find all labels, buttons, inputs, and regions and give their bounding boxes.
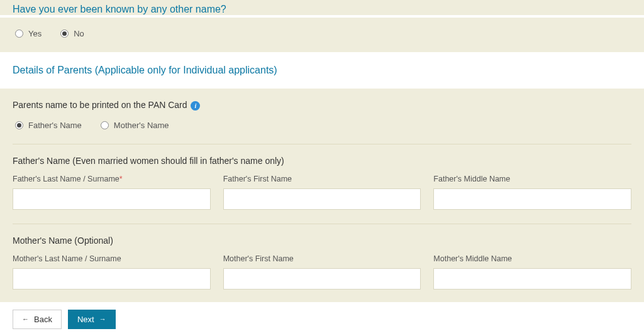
- next-button[interactable]: Next →: [68, 310, 116, 329]
- divider: [13, 144, 631, 144]
- mother-name-heading: Mother's Name (Optional): [13, 236, 631, 246]
- radio-icon: [101, 121, 109, 129]
- arrow-left-icon: ←: [22, 316, 29, 323]
- back-button[interactable]: ← Back: [13, 310, 62, 329]
- arrow-right-icon: →: [99, 316, 106, 323]
- radio-label: Father's Name: [28, 121, 82, 130]
- print-father-radio[interactable]: Father's Name: [15, 121, 82, 130]
- back-button-label: Back: [34, 315, 52, 324]
- father-first-input[interactable]: [223, 188, 421, 210]
- parents-section-heading: Details of Parents (Applicable only for …: [13, 58, 631, 82]
- wizard-buttons: ← Back Next →: [0, 302, 644, 336]
- other-name-radio-group: Yes No: [13, 20, 631, 38]
- print-on-card-label: Parents name to be printed on the PAN Ca…: [13, 100, 187, 110]
- mother-middle-label: Mother's Middle Name: [433, 254, 631, 263]
- mother-first-input[interactable]: [223, 268, 421, 290]
- divider: [13, 224, 631, 224]
- next-button-label: Next: [77, 315, 94, 324]
- mother-middle-input[interactable]: [433, 268, 631, 290]
- father-middle-label: Father's Middle Name: [433, 175, 631, 183]
- print-parent-radio-group: Father's Name Mother's Name: [13, 114, 631, 130]
- print-mother-radio[interactable]: Mother's Name: [101, 121, 169, 130]
- radio-label: Mother's Name: [114, 121, 169, 130]
- father-middle-input[interactable]: [433, 188, 631, 210]
- other-name-question: Have you ever been known by any other na…: [13, 4, 631, 15]
- radio-icon: [60, 30, 69, 38]
- radio-label: No: [74, 29, 84, 38]
- radio-label: Yes: [28, 29, 42, 38]
- other-name-yes-radio[interactable]: Yes: [15, 29, 42, 38]
- mother-first-label: Mother's First Name: [223, 254, 421, 263]
- other-name-no-radio[interactable]: No: [60, 29, 84, 38]
- info-icon[interactable]: i: [191, 101, 200, 111]
- father-name-heading: Father's Name (Even married women should…: [13, 156, 631, 166]
- mother-last-input[interactable]: [13, 268, 211, 290]
- father-last-label: Father's Last Name / Surname*: [13, 175, 211, 183]
- print-on-card-group: Parents name to be printed on the PAN Ca…: [13, 100, 631, 111]
- father-last-input[interactable]: [13, 188, 211, 210]
- radio-icon: [15, 30, 23, 38]
- father-first-label: Father's First Name: [223, 175, 421, 183]
- radio-icon: [15, 121, 23, 129]
- mother-last-label: Mother's Last Name / Surname: [13, 254, 211, 263]
